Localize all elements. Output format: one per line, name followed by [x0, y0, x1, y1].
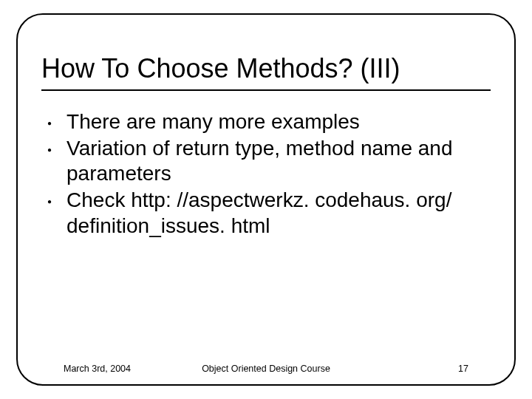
- footer-page: 17: [458, 364, 468, 374]
- list-item-text: There are many more examples: [66, 109, 486, 134]
- title-block: How To Choose Methods? (III): [41, 53, 491, 91]
- list-item-text: Check http: //aspectwerkz. codehaus. org…: [66, 188, 486, 238]
- slide-title: How To Choose Methods? (III): [41, 53, 491, 88]
- footer-course: Object Oriented Design Course: [0, 364, 532, 374]
- list-item: ● Check http: //aspectwerkz. codehaus. o…: [43, 188, 486, 238]
- list-item-text: Variation of return type, method name an…: [66, 136, 486, 186]
- list-item: ● Variation of return type, method name …: [43, 136, 486, 186]
- slide-body: ● There are many more examples ● Variati…: [43, 109, 486, 240]
- list-item: ● There are many more examples: [43, 109, 486, 134]
- title-underline: [41, 89, 491, 91]
- slide-footer: March 3rd, 2004 Object Oriented Design C…: [0, 359, 532, 374]
- slide: How To Choose Methods? (III) ● There are…: [0, 0, 532, 399]
- bullet-icon: ●: [47, 198, 52, 205]
- bullet-icon: ●: [47, 146, 52, 154]
- bullet-icon: ●: [47, 120, 52, 127]
